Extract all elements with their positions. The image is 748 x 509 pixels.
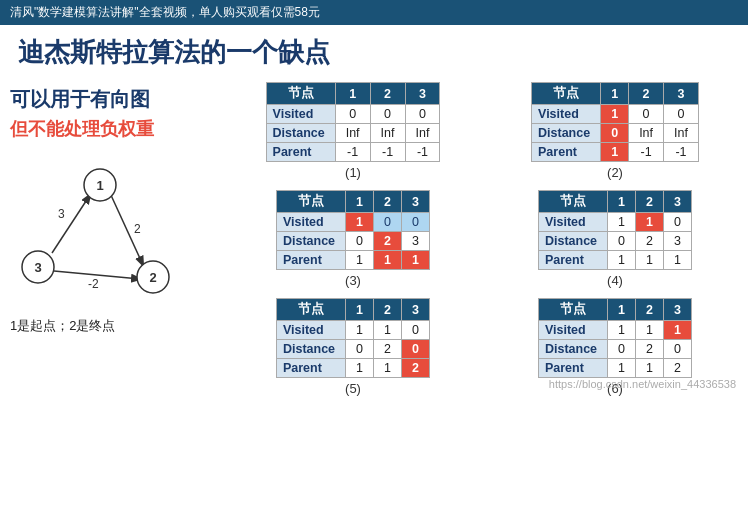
cell-0-2: 0 [664,213,692,232]
table-row: Distance0InfInf [532,124,699,143]
table-caption-5: (5) [345,381,361,396]
col-header-2: 2 [374,299,402,321]
table-block-5: 节点123Visited110Distance020Parent112(5) [230,298,476,396]
cell-1-1: Inf [370,124,405,143]
row-label-2: Parent [532,143,601,162]
table-3: 节点123Visited100Distance023Parent111 [276,190,430,270]
table-caption-3: (3) [345,273,361,288]
table-row: Parent-1-1-1 [266,143,440,162]
col-header-0: 节点 [538,299,607,321]
cell-2-2: 2 [664,359,692,378]
row-label-2: Parent [276,359,345,378]
col-header-1: 1 [335,83,370,105]
row-label-1: Distance [266,124,335,143]
table-caption-4: (4) [607,273,623,288]
col-header-2: 2 [636,191,664,213]
col-header-1: 1 [601,83,629,105]
svg-text:3: 3 [34,260,41,275]
table-row: Parent111 [276,251,429,270]
table-row: Distance023 [538,232,691,251]
table-row: Visited111 [538,321,691,340]
cell-0-2: 1 [664,321,692,340]
col-header-1: 1 [346,299,374,321]
table-row: Distance020 [538,340,691,359]
table-row: Distance023 [276,232,429,251]
cell-0-1: 0 [629,105,664,124]
row-label-2: Parent [538,251,607,270]
main-title: 迪杰斯特拉算法的一个缺点 [0,25,748,76]
subtitle1: 可以用于有向图 [10,86,220,113]
cell-2-1: 1 [374,359,402,378]
col-header-3: 3 [664,299,692,321]
cell-1-1: Inf [629,124,664,143]
table-row: Visited100 [276,213,429,232]
cell-2-1: -1 [370,143,405,162]
table-caption-2: (2) [607,165,623,180]
row-label-0: Visited [538,213,607,232]
cell-1-2: Inf [405,124,440,143]
banner-text: 清风"数学建模算法讲解"全套视频，单人购买观看仅需58元 [10,5,320,19]
table-block-1: 节点123Visited000DistanceInfInfInfParent-1… [230,82,476,180]
cell-0-2: 0 [405,105,440,124]
cell-2-0: 1 [608,251,636,270]
cell-1-2: 3 [664,232,692,251]
cell-0-0: 1 [608,213,636,232]
subtitle2: 但不能处理负权重 [10,117,220,141]
col-header-2: 2 [374,191,402,213]
row-label-0: Visited [276,213,345,232]
col-header-1: 1 [608,299,636,321]
row-label-1: Distance [538,232,607,251]
svg-line-0 [52,195,90,253]
row-label-2: Parent [276,251,345,270]
col-header-2: 2 [370,83,405,105]
svg-text:-2: -2 [88,277,99,291]
cell-2-0: 1 [601,143,629,162]
cell-1-0: Inf [335,124,370,143]
table-4: 节点123Visited110Distance023Parent111 [538,190,692,270]
table-caption-1: (1) [345,165,361,180]
table-2: 节点123Visited100Distance0InfInfParent1-1-… [531,82,699,162]
cell-1-0: 0 [608,232,636,251]
row-label-1: Distance [532,124,601,143]
table-row: DistanceInfInfInf [266,124,440,143]
svg-text:1: 1 [96,178,103,193]
col-header-3: 3 [402,191,430,213]
cell-0-1: 0 [370,105,405,124]
table-row: Parent112 [276,359,429,378]
cell-2-2: 2 [402,359,430,378]
row-label-0: Visited [266,105,335,124]
col-header-1: 1 [346,191,374,213]
table-row: Visited100 [532,105,699,124]
cell-1-0: 0 [608,340,636,359]
col-header-3: 3 [402,299,430,321]
row-label-1: Distance [276,340,345,359]
table-block-3: 节点123Visited100Distance023Parent111(3) [230,190,476,288]
cell-1-2: Inf [664,124,699,143]
table-row: Parent1-1-1 [532,143,699,162]
cell-0-2: 0 [402,321,430,340]
cell-1-0: 0 [346,232,374,251]
col-header-3: 3 [405,83,440,105]
cell-1-0: 0 [346,340,374,359]
cell-2-2: 1 [664,251,692,270]
graph-svg: 3 2 -2 1 2 3 [10,153,190,313]
table-1: 节点123Visited000DistanceInfInfInfParent-1… [266,82,441,162]
cell-2-1: 1 [636,251,664,270]
cell-0-0: 1 [346,321,374,340]
cell-2-1: 1 [636,359,664,378]
table-row: Visited110 [538,213,691,232]
table-6: 节点123Visited111Distance020Parent112 [538,298,692,378]
cell-1-2: 0 [664,340,692,359]
row-label-1: Distance [276,232,345,251]
cell-0-1: 1 [636,321,664,340]
cell-0-0: 1 [346,213,374,232]
cell-1-2: 3 [402,232,430,251]
watermark: https://blog.csdn.net/weixin_44336538 [549,378,736,390]
top-banner: 清风"数学建模算法讲解"全套视频，单人购买观看仅需58元 [0,0,748,25]
table-block-2: 节点123Visited100Distance0InfInfParent1-1-… [492,82,738,180]
graph-area: 3 2 -2 1 2 3 [10,153,190,313]
col-header-2: 2 [629,83,664,105]
row-label-1: Distance [538,340,607,359]
col-header-3: 3 [664,83,699,105]
cell-2-0: 1 [608,359,636,378]
